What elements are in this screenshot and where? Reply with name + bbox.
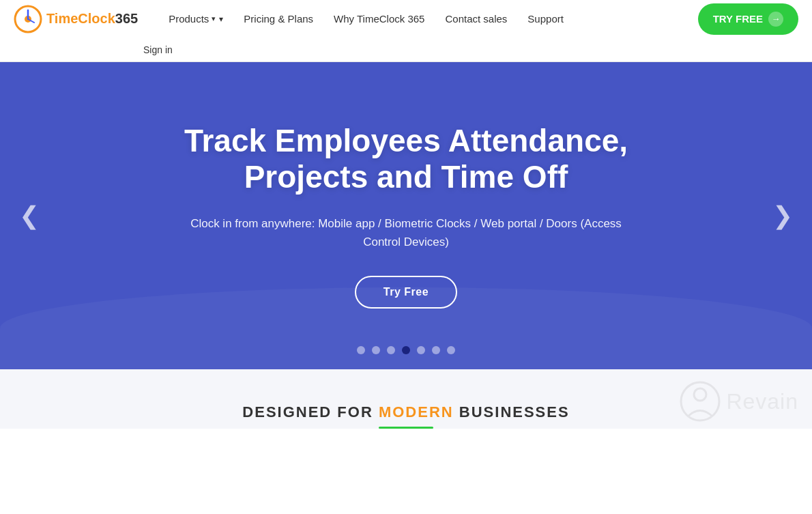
nav-contact[interactable]: Contact sales [435,0,517,38]
hero-cta-button[interactable]: Try Free [355,276,457,309]
dot-5[interactable] [417,346,425,354]
logo-icon [14,5,42,33]
revain-text: Revain [726,389,798,414]
title-underline [379,427,433,429]
try-free-button[interactable]: TRY FREE → [698,3,798,35]
hero-subtitle: Clock in from anywhere: Mobile app / Bio… [181,214,631,251]
slider-prev-button[interactable]: ❮ [7,197,52,235]
slider-next-button[interactable]: ❯ [760,197,805,235]
nav-signin[interactable]: Sign in [133,38,183,61]
dot-3[interactable] [387,346,395,354]
nav-pricing[interactable]: Pricing & Plans [233,0,323,38]
brand-name: TimeClock365 [46,11,138,27]
dot-4[interactable] [402,346,410,354]
logo[interactable]: TimeClock365 [14,5,138,33]
dot-6[interactable] [432,346,440,354]
hero-slider: ❮ Track Employees Attendance, Projects a… [0,62,812,369]
primary-nav: Products ▾ Pricing & Plans Why TimeClock… [158,0,697,50]
dot-2[interactable] [372,346,380,354]
svg-point-5 [694,388,706,401]
dot-7[interactable] [447,346,455,354]
slider-dots [357,346,455,354]
revain-watermark: Revain [666,374,812,429]
dropdown-arrow-icon: ▾ [212,14,216,23]
below-hero-section: DESIGNED FOR MODERN BUSINESSES Revain [0,369,812,429]
nav-support[interactable]: Support [517,0,574,38]
header: TimeClock365 Products ▾ Pricing & Plans … [0,0,812,62]
nav-why[interactable]: Why TimeClock 365 [323,0,435,38]
try-free-arrow-icon: → [768,12,783,27]
dot-1[interactable] [357,346,365,354]
hero-title: Track Employees Attendance, Projects and… [181,123,631,195]
hero-content: Track Employees Attendance, Projects and… [167,82,645,349]
revain-logo-icon [680,381,721,422]
